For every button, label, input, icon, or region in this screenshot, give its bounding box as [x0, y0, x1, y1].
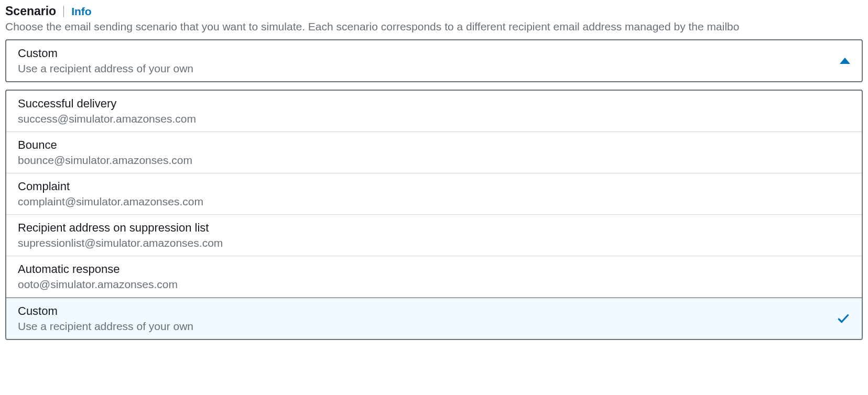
option-bounce[interactable]: Bounce bounce@simulator.amazonses.com — [6, 132, 862, 173]
option-automatic-response[interactable]: Automatic response ooto@simulator.amazon… — [6, 256, 862, 298]
selected-label: Custom — [18, 46, 836, 61]
check-icon — [837, 312, 850, 325]
option-description: bounce@simulator.amazonses.com — [18, 153, 850, 168]
field-label: Scenario — [5, 4, 56, 18]
field-label-row: Scenario Info — [5, 4, 863, 18]
option-label: Custom — [18, 303, 850, 319]
option-description: supressionlist@simulator.amazonses.com — [18, 236, 850, 250]
selected-description: Use a recipient address of your own — [18, 61, 836, 76]
option-description: Use a recipient address of your own — [18, 319, 850, 334]
option-custom[interactable]: Custom Use a recipient address of your o… — [6, 298, 862, 339]
option-description: ooto@simulator.amazonses.com — [18, 277, 850, 292]
option-suppression-list[interactable]: Recipient address on suppression list su… — [6, 215, 862, 256]
option-description: success@simulator.amazonses.com — [18, 112, 850, 126]
option-complaint[interactable]: Complaint complaint@simulator.amazonses.… — [6, 173, 862, 215]
field-hint: Choose the email sending scenario that y… — [5, 20, 863, 33]
option-label: Automatic response — [18, 261, 850, 277]
scenario-select: Custom Use a recipient address of your o… — [5, 39, 863, 340]
caret-up-icon — [840, 58, 850, 64]
option-label: Successful delivery — [18, 96, 850, 112]
scenario-dropdown: Successful delivery success@simulator.am… — [5, 90, 863, 340]
info-link[interactable]: Info — [71, 5, 91, 18]
option-label: Recipient address on suppression list — [18, 220, 850, 236]
label-divider — [63, 6, 64, 17]
scenario-select-trigger[interactable]: Custom Use a recipient address of your o… — [5, 39, 863, 82]
option-description: complaint@simulator.amazonses.com — [18, 194, 850, 209]
option-label: Complaint — [18, 179, 850, 194]
option-successful-delivery[interactable]: Successful delivery success@simulator.am… — [6, 91, 862, 132]
option-label: Bounce — [18, 137, 850, 153]
